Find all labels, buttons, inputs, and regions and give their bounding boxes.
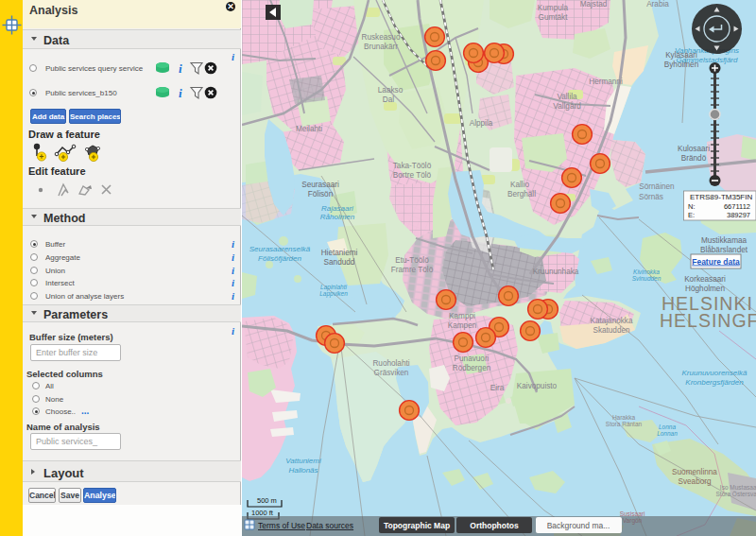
- svg-text:Topographic Map: Topographic Map: [384, 521, 450, 530]
- svg-text:Gräsviken: Gräsviken: [374, 369, 409, 377]
- svg-text:i: i: [179, 61, 182, 76]
- svg-text:389297: 389297: [727, 211, 750, 219]
- svg-text:Skatudden: Skatudden: [593, 326, 630, 335]
- svg-text:Gumtäkt: Gumtäkt: [539, 13, 569, 22]
- svg-text:Kruununhaka: Kruununhaka: [533, 268, 579, 276]
- svg-text:Taka-Töölö: Taka-Töölö: [393, 162, 432, 170]
- svg-text:Meilahti: Meilahti: [296, 125, 322, 133]
- svg-text:1000 ft: 1000 ft: [251, 509, 274, 517]
- svg-text:Feature data: Feature data: [692, 257, 740, 267]
- svg-text:Laakso: Laakso: [378, 86, 404, 95]
- svg-text:ETRS89-TM35FIN: ETRS89-TM35FIN: [690, 193, 752, 201]
- svg-text:Data sources: Data sources: [306, 521, 353, 530]
- svg-text:Alppila: Alppila: [470, 119, 493, 128]
- svg-text:Hietaniemi: Hietaniemi: [321, 249, 358, 257]
- svg-text:Kampen: Kampen: [448, 321, 477, 330]
- svg-text:Katajanokka: Katajanokka: [590, 317, 633, 325]
- svg-text:Svinudden: Svinudden: [632, 275, 662, 282]
- svg-text:Kulosaari: Kulosaari: [678, 145, 710, 153]
- svg-text:Hallonäs: Hallonäs: [288, 466, 318, 475]
- svg-text:Stora Östersvartö: Stora Östersvartö: [716, 491, 756, 497]
- svg-text:Vallila: Vallila: [557, 93, 577, 101]
- svg-text:Sandudd: Sandudd: [324, 258, 355, 267]
- svg-text:Bortre Tölö: Bortre Tölö: [393, 171, 432, 180]
- svg-text:Vattuniemi: Vattuniemi: [285, 457, 321, 465]
- svg-text:Fölisöfjärden: Fölisöfjärden: [258, 254, 301, 263]
- svg-text:Kruunuvuorenselkä: Kruunuvuorenselkä: [682, 369, 747, 377]
- svg-text:Hermanni: Hermanni: [589, 78, 623, 86]
- svg-text:Orthophotos: Orthophotos: [470, 521, 519, 530]
- svg-text:Suomenlinna: Suomenlinna: [672, 468, 717, 476]
- svg-text:Kamppi: Kamppi: [449, 312, 475, 320]
- svg-text:Råholmen: Råholmen: [320, 213, 355, 221]
- svg-text:Fölisön: Fölisön: [308, 190, 334, 199]
- svg-text:N:: N:: [688, 202, 696, 211]
- svg-text:Iso Mustasaari: Iso Mustasaari: [720, 484, 756, 491]
- svg-text:Ruoholahti: Ruoholahti: [372, 359, 409, 368]
- svg-text:Terms of Use: Terms of Use: [258, 521, 305, 530]
- svg-text:Lonna: Lonna: [659, 424, 676, 430]
- svg-text:Background ma...: Background ma...: [547, 521, 610, 530]
- svg-text:HELSINGFORS: HELSINGFORS: [660, 310, 756, 331]
- svg-text:Kallio: Kallio: [510, 181, 529, 189]
- svg-text:Kaivopuisto: Kaivopuisto: [517, 382, 558, 390]
- svg-text:E:: E:: [688, 211, 695, 219]
- svg-text:Berghäll: Berghäll: [507, 190, 536, 199]
- svg-text:Korkeasaari: Korkeasaari: [684, 275, 726, 284]
- svg-text:Brändö: Brändö: [681, 154, 707, 163]
- svg-text:Gammelstadsfjärd: Gammelstadsfjärd: [677, 56, 738, 64]
- svg-text:Rajasaari: Rajasaari: [321, 204, 353, 213]
- svg-text:Etu-Töölö: Etu-Töölö: [395, 256, 429, 265]
- svg-text:Sveaborg: Sveaborg: [678, 477, 711, 486]
- svg-text:Eira: Eira: [490, 384, 505, 392]
- svg-text:Rödbergen: Rödbergen: [453, 364, 491, 372]
- svg-text:6671112: 6671112: [724, 202, 750, 211]
- svg-text:Lappviken: Lappviken: [319, 290, 348, 298]
- svg-text:Arabia: Arabia: [646, 0, 669, 9]
- svg-text:Majstad: Majstad: [580, 0, 608, 9]
- svg-text:Ruskeasuo: Ruskeasuo: [362, 33, 401, 42]
- svg-text:Blåbärslandet: Blåbärslandet: [700, 245, 748, 254]
- svg-text:Framre Tölö: Framre Tölö: [391, 266, 434, 274]
- svg-text:Seurasaarenselkä: Seurasaarenselkä: [249, 245, 311, 253]
- svg-text:Stora Räntan: Stora Räntan: [606, 421, 643, 427]
- svg-text:Sörnäs: Sörnäs: [639, 193, 663, 201]
- svg-text:Kivinokka: Kivinokka: [633, 268, 660, 275]
- svg-text:Kronbergsfjärden: Kronbergsfjärden: [685, 378, 744, 387]
- svg-text:Dal: Dal: [383, 95, 394, 104]
- svg-text:Lonnan: Lonnan: [657, 430, 678, 437]
- svg-text:Högholmen: Högholmen: [685, 285, 725, 293]
- svg-text:Vallgård: Vallgård: [553, 101, 581, 111]
- svg-text:Harakka: Harakka: [612, 414, 636, 421]
- svg-text:Susisaari: Susisaari: [620, 510, 645, 517]
- svg-text:Mustikkamaa: Mustikkamaa: [701, 236, 747, 245]
- svg-text:Punavuori: Punavuori: [455, 354, 490, 363]
- svg-text:500 m: 500 m: [257, 496, 277, 505]
- svg-text:Seurasaari: Seurasaari: [301, 181, 339, 189]
- svg-text:Kumpula: Kumpula: [538, 4, 569, 12]
- svg-text:Brunakärr: Brunakärr: [364, 43, 398, 51]
- svg-text:Sörnäinen: Sörnäinen: [639, 182, 675, 191]
